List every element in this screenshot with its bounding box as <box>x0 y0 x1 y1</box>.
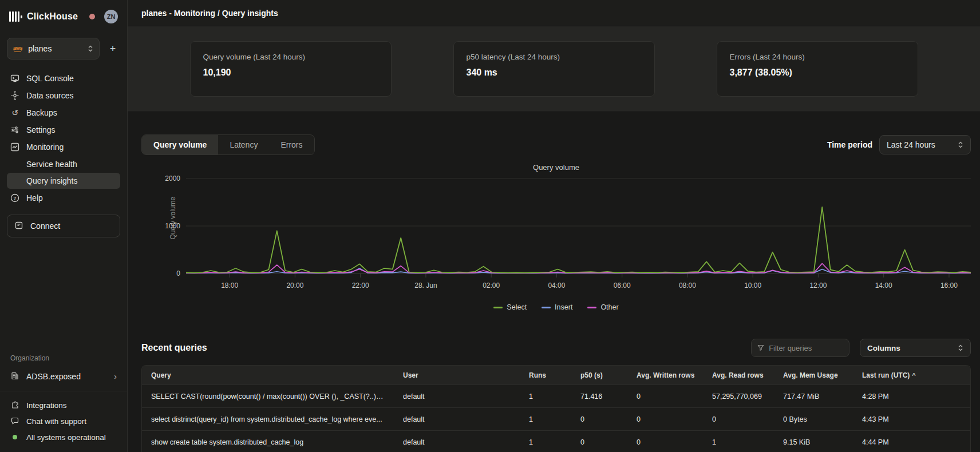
connect-button[interactable]: Connect <box>7 215 120 237</box>
add-service-button[interactable]: + <box>105 41 120 56</box>
chevron-up-down-icon <box>958 141 963 149</box>
connect-label: Connect <box>30 221 60 231</box>
column-header-user[interactable]: User <box>394 371 520 379</box>
building-icon <box>10 371 19 382</box>
column-header-last-run[interactable]: Last run (UTC)^ <box>853 371 970 379</box>
table-row[interactable]: show create table system.distributed_cac… <box>142 430 970 452</box>
sidebar-item-help[interactable]: ? Help <box>7 189 120 207</box>
sidebar-item-label: Monitoring <box>26 142 64 152</box>
cell-runs: 1 <box>520 415 571 423</box>
x-tick-label: 16:00 <box>941 281 958 290</box>
legend-swatch <box>542 307 551 308</box>
stat-card-errors: Errors (Last 24 hours) 3,877 (38.05%) <box>717 41 918 97</box>
column-header-query[interactable]: Query <box>142 371 394 379</box>
sidebar-item-backups[interactable]: ↺ Backups <box>7 104 120 121</box>
chevron-right-icon: › <box>114 372 117 381</box>
cell-query: show create table system.distributed_cac… <box>142 438 394 446</box>
time-period-value: Last 24 hours <box>887 140 958 149</box>
table-row[interactable]: select distrinct(query_id) from system.d… <box>142 407 970 430</box>
sidebar-item-label: Backups <box>26 108 57 117</box>
brand-row: ClickHouse ZN <box>7 5 120 29</box>
column-header-avg-read-rows[interactable]: Avg. Read rows <box>703 371 774 379</box>
organization-name: ADSB.exposed <box>26 372 81 381</box>
terminal-icon <box>10 74 19 83</box>
sidebar-item-settings[interactable]: Settings <box>7 121 120 138</box>
brand-name: ClickHouse <box>27 11 78 22</box>
sidebar-subitem-label: Service health <box>26 160 77 169</box>
x-tick-label: 04:00 <box>548 281 565 290</box>
sidebar-item-service-health[interactable]: Service health <box>7 156 120 172</box>
sidebar-item-integrations[interactable]: Integrations <box>7 397 120 413</box>
recent-queries-title: Recent queries <box>141 343 207 353</box>
sidebar-item-system-status[interactable]: All systems operational <box>7 429 120 445</box>
cell-user: default <box>394 392 520 401</box>
column-header-avg-written-rows[interactable]: Avg. Written rows <box>627 371 703 379</box>
user-avatar[interactable]: ZN <box>104 10 118 23</box>
clickhouse-logo-icon[interactable] <box>9 11 22 22</box>
stat-card-p50-latency: p50 latency (Last 24 hours) 340 ms <box>453 41 655 97</box>
organization-section-label: Organization <box>10 354 117 362</box>
sidebar-item-label: Settings <box>26 125 56 134</box>
table-row[interactable]: SELECT CAST(round(pow(count() / max(coun… <box>142 384 970 407</box>
cell-avg-read: 57,295,770,069 <box>703 392 774 401</box>
filter-queries-input[interactable] <box>769 344 843 352</box>
content: Query volume Latency Errors Time period … <box>128 112 980 452</box>
stat-band: Query volume (Last 24 hours) 10,190 p50 … <box>128 26 980 112</box>
sidebar-item-query-insights[interactable]: Query insights <box>7 173 120 189</box>
data-sources-icon <box>10 91 19 100</box>
svg-text:?: ? <box>14 196 17 201</box>
topbar: planes - Monitoring / Query insights <box>128 0 980 26</box>
cell-last-run: 4:28 PM <box>853 392 970 401</box>
cell-last-run: 4:44 PM <box>853 438 970 446</box>
y-tick-2000: 2000 <box>165 175 180 183</box>
stat-value: 10,190 <box>203 68 378 78</box>
table-header-row: Query User Runs p50 (s) Avg. Written row… <box>142 366 970 384</box>
cell-avg-mem: 9.15 KiB <box>774 438 853 446</box>
column-header-p50[interactable]: p50 (s) <box>571 371 627 379</box>
stat-card-query-volume: Query volume (Last 24 hours) 10,190 <box>190 41 392 97</box>
status-ok-dot <box>10 433 19 442</box>
sidebar-item-chat-support[interactable]: Chat with support <box>7 413 120 429</box>
sidebar-item-monitoring[interactable]: Monitoring <box>7 138 120 156</box>
main-area: planes - Monitoring / Query insights Que… <box>128 0 980 452</box>
legend-item-other: Other <box>587 303 618 311</box>
aws-icon: aws <box>13 45 22 52</box>
chart-y-axis-label: Query volume <box>169 197 177 240</box>
filter-queries-box <box>751 339 849 357</box>
x-tick-label: 14:00 <box>875 281 892 290</box>
query-volume-chart: Query volume Query volume 2000 1000 0 18… <box>141 163 971 311</box>
chevron-up-down-icon <box>88 45 93 53</box>
tab-errors[interactable]: Errors <box>269 135 314 154</box>
chart-tabs: Query volume Latency Errors <box>141 134 315 155</box>
footer-item-label: Chat with support <box>26 417 86 426</box>
x-tick-label: 28. Jun <box>414 281 437 290</box>
sidebar-subitem-label: Query insights <box>26 176 77 185</box>
sliders-icon <box>10 125 19 134</box>
organization-selector[interactable]: ADSB.exposed › <box>7 368 120 385</box>
cell-avg-written: 0 <box>627 438 703 446</box>
chart-canvas <box>186 174 971 278</box>
connect-icon <box>14 221 23 232</box>
column-header-runs[interactable]: Runs <box>520 371 571 379</box>
column-header-avg-mem-usage[interactable]: Avg. Mem Usage <box>774 371 853 379</box>
legend-swatch <box>587 307 596 308</box>
tab-latency[interactable]: Latency <box>218 135 269 154</box>
x-tick-label: 02:00 <box>483 281 500 290</box>
recording-status-dot <box>89 14 95 19</box>
x-tick-label: 08:00 <box>679 281 696 290</box>
sidebar-item-sql-console[interactable]: SQL Console <box>7 70 120 87</box>
sidebar-item-data-sources[interactable]: Data sources <box>7 87 120 104</box>
chart-x-axis: 18:0020:0022:0028. Jun02:0004:0006:0008:… <box>186 281 971 291</box>
cell-query: SELECT CAST(round(pow(count() / max(coun… <box>142 392 394 401</box>
breadcrumb: planes - Monitoring / Query insights <box>141 9 278 18</box>
stat-value: 340 ms <box>467 68 642 78</box>
columns-select[interactable]: Columns <box>860 339 971 357</box>
columns-select-label: Columns <box>867 344 958 352</box>
service-selector[interactable]: aws planes <box>7 38 100 60</box>
y-tick-1000: 1000 <box>165 222 180 230</box>
cell-p50: 0 <box>571 438 627 446</box>
time-period-select[interactable]: Last 24 hours <box>879 135 971 154</box>
tab-query-volume[interactable]: Query volume <box>142 135 218 154</box>
x-tick-label: 06:00 <box>614 281 631 290</box>
chart-plot-area: Query volume 2000 1000 0 <box>186 174 971 278</box>
